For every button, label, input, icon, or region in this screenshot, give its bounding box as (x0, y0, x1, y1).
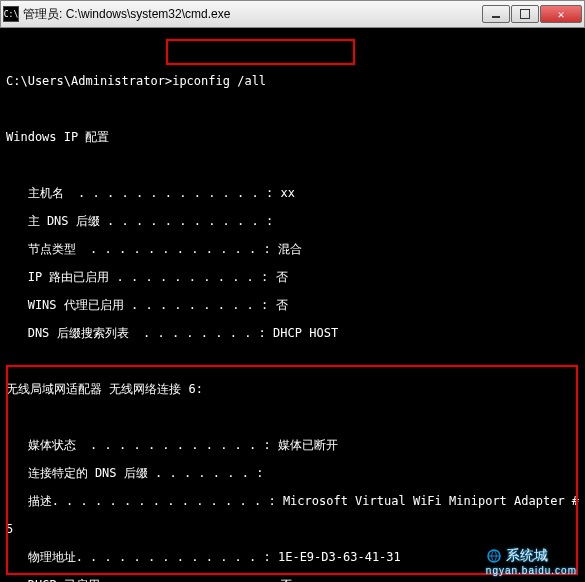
prompt-command: ipconfig /all (172, 74, 266, 88)
titlebar: C:\ 管理员: C:\windows\system32\cmd.exe (0, 0, 585, 28)
ip-routing-value: 否 (276, 270, 288, 284)
node-type-label: 节点类型 . . . . . . . . . . . . : (6, 242, 278, 256)
cmd-icon: C:\ (3, 6, 19, 22)
dns-search-list-label: DNS 后缀搜索列表 . . . . . . . . : (6, 326, 273, 340)
wins-proxy-value: 否 (276, 298, 288, 312)
ip-config-header: Windows IP 配置 (6, 130, 579, 144)
adapter6-dhcp-value: 否 (280, 578, 292, 582)
node-type-value: 混合 (278, 242, 302, 256)
minimize-button[interactable] (482, 5, 510, 23)
globe-icon (486, 548, 502, 564)
adapter6-dhcp-label: DHCP 已启用 . . . . . . . . . . . : (6, 578, 280, 582)
hostname-value: xx (280, 186, 294, 200)
watermark-url: ngyan.baidu.com (486, 565, 577, 576)
window-title: 管理员: C:\windows\system32\cmd.exe (23, 6, 481, 23)
primary-dns-suffix-label: 主 DNS 后缀 . . . . . . . . . . . : (6, 214, 280, 228)
prompt-path: C:\Users\Administrator> (6, 74, 172, 88)
watermark-brand: 系统城 (506, 547, 548, 563)
highlight-command-box (166, 39, 355, 65)
hostname-label: 主机名 . . . . . . . . . . . . . : (6, 186, 280, 200)
highlight-wlan-box (6, 365, 578, 575)
dns-search-list-value: DHCP HOST (273, 326, 338, 340)
ip-routing-label: IP 路由已启用 . . . . . . . . . . : (6, 270, 276, 284)
maximize-button[interactable] (511, 5, 539, 23)
close-button[interactable] (540, 5, 582, 23)
wins-proxy-label: WINS 代理已启用 . . . . . . . . . : (6, 298, 276, 312)
window-buttons (481, 5, 582, 23)
watermark: 系统城 ngyan.baidu.com (486, 547, 577, 576)
